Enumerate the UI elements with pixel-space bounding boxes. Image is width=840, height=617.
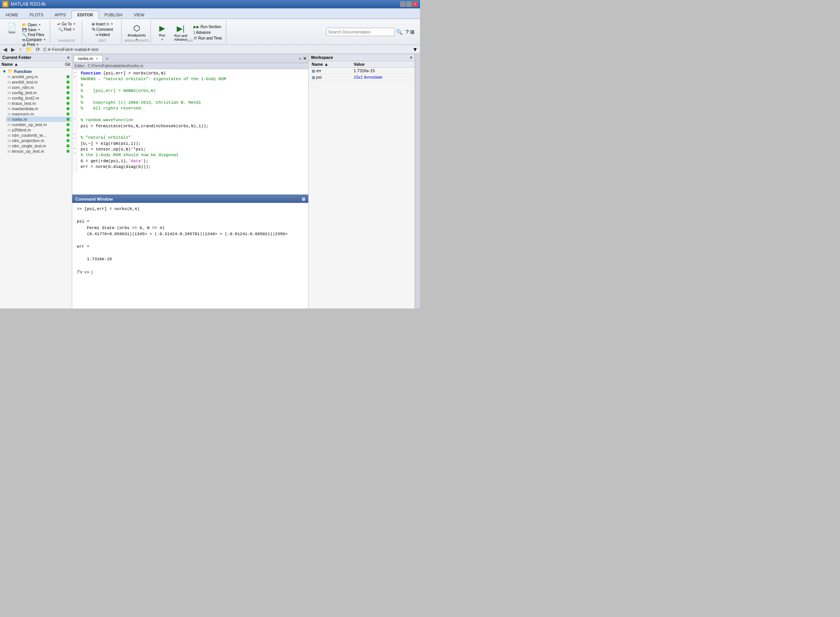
minimize-button[interactable]: ─: [400, 2, 406, 7]
print-dropdown[interactable]: ▼: [36, 43, 39, 46]
tab-home[interactable]: HOME: [0, 11, 24, 19]
breakpoints-icon: ⬡: [133, 24, 140, 33]
goto-button[interactable]: ↵ Go To ▼: [56, 22, 77, 27]
find-files-button[interactable]: 🔍 Find Files: [21, 32, 48, 37]
command-history-panel[interactable]: Command History: [415, 54, 420, 308]
open-label: Open: [28, 23, 37, 27]
indent-button[interactable]: ⇥ Indent: [94, 32, 111, 37]
add-tab-button[interactable]: +: [103, 55, 112, 62]
editor-content[interactable]: − − − − − − −: [72, 69, 308, 195]
file-annihil-test[interactable]: m annihil_test.m: [6, 79, 71, 85]
file-name: maxnorm.m: [12, 112, 34, 116]
run-section-button[interactable]: ▶▶ Run Section: [192, 24, 223, 29]
insert-button[interactable]: ⊕ Insert fx ▼: [90, 22, 115, 27]
file-kraus-test[interactable]: m kraus_test.m: [6, 101, 71, 106]
file-icon: m: [8, 91, 11, 95]
git-status-dot: [67, 86, 70, 89]
fold-btn-10[interactable]: −: [72, 117, 77, 122]
close-button[interactable]: ✕: [412, 2, 418, 7]
file-p2ntest[interactable]: m p2Ntest.m: [6, 127, 71, 133]
tab-publish[interactable]: PUBLISH: [99, 11, 128, 19]
file-config-test2[interactable]: m config_test2.m: [6, 95, 71, 101]
print-button[interactable]: 🖨 Print ▼: [21, 42, 48, 47]
file-norbs[interactable]: m norbs.m: [6, 117, 71, 122]
workspace-row-err[interactable]: ▦ err 1.7316e-15: [309, 68, 415, 74]
save-dropdown[interactable]: ▼: [38, 28, 41, 32]
tab-close-icon[interactable]: ✕: [95, 57, 98, 61]
save-icon: 💾: [22, 28, 27, 32]
command-window-content[interactable]: >> [psi,err] = norbs(6,4) psi = Fermi St…: [72, 203, 308, 294]
fold-btn-17[interactable]: −: [72, 151, 77, 156]
tab-view[interactable]: VIEW: [128, 11, 150, 19]
sidebar-menu-icon[interactable]: ≡: [67, 55, 70, 60]
open-dropdown[interactable]: ▼: [38, 23, 41, 27]
path-fermifab[interactable]: FermiFab: [52, 47, 70, 52]
open-icon: 📂: [22, 23, 27, 27]
code-line-8: [81, 112, 305, 117]
address-bar: ◀ ▶ ↑ 📁 ⟳ C: ▶ FermiFab ▶ matlab ▶ test …: [0, 45, 420, 54]
file-number-op-test[interactable]: m number_op_test.m: [6, 122, 71, 127]
file-maxlambda[interactable]: m maxlambda.m: [6, 106, 71, 111]
new-button[interactable]: 📄 New: [5, 22, 19, 36]
save-button[interactable]: 💾 Save ▼: [21, 27, 48, 32]
editor-minimize-icon[interactable]: ○: [299, 56, 301, 61]
file-rdm-projection[interactable]: m rdm_projection.m: [6, 138, 71, 143]
workspace-col-name[interactable]: Name ▲: [309, 61, 351, 68]
file-name: annihil_proj.m: [12, 74, 38, 79]
col-name: Name ▲: [2, 62, 18, 66]
file-rdm-coulomb[interactable]: m rdm_coulomb_te...: [6, 133, 71, 138]
insert-icon: ⊕: [92, 22, 95, 26]
search-input[interactable]: [326, 28, 395, 36]
git-status-dot: [67, 134, 70, 137]
cmd-line-1: >> [psi,err] = norbs(6,4): [77, 206, 304, 212]
workspace-title: Workspace: [311, 55, 333, 60]
folder-expand-icon: ▼: [2, 69, 6, 74]
folder-function[interactable]: ▼ 📁 Function: [1, 68, 71, 74]
file-maxnorm[interactable]: m maxnorm.m: [6, 111, 71, 117]
file-icon: m: [8, 128, 11, 132]
path-test[interactable]: test: [92, 47, 98, 52]
find-label: Find: [64, 27, 71, 32]
advance-button[interactable]: ⟩ Advance: [192, 30, 223, 35]
file-rdm-single-test[interactable]: m rdm_single_test.m: [6, 143, 71, 149]
maximize-button[interactable]: □: [406, 2, 412, 7]
workspace-scroll[interactable]: Name ▲ Value ▦ err 1.7316e-15 ▦: [309, 61, 415, 308]
command-window: Command Window ⊞ >> [psi,err] = norbs(6,…: [72, 195, 308, 308]
tab-plots[interactable]: PLOTS: [24, 11, 49, 19]
file-config-test[interactable]: m config_test.m: [6, 90, 71, 95]
code-line-13: [U,~] = eig(rdm(psi,1));: [81, 141, 305, 147]
workspace-menu-icon[interactable]: ≡: [410, 55, 412, 60]
workspace-row-psi[interactable]: ▦ psi 15x1 fermistate: [309, 74, 415, 81]
path-c[interactable]: C:: [43, 47, 48, 52]
expand-icon[interactable]: ⊞: [410, 29, 415, 35]
code-lines: function [psi,err] = norbs(orbs,N) %NORB…: [78, 69, 308, 172]
find-button[interactable]: 🔍 Find ▼: [57, 27, 77, 32]
workspace-col-value[interactable]: Value: [351, 61, 415, 68]
cmd-header-icon[interactable]: ⊞: [302, 197, 305, 202]
var-err-name: ▦ err: [309, 68, 351, 74]
new-icon: 📄: [8, 23, 16, 30]
tab-editor[interactable]: EDITOR: [71, 11, 98, 19]
file-com-rdm[interactable]: m com_rdm.m: [6, 85, 71, 90]
file-annihil-proj[interactable]: m annihil_proj.m: [6, 74, 71, 79]
var-psi-link[interactable]: 15x1 fermistate: [354, 75, 382, 79]
fold-btn-14[interactable]: −: [72, 137, 77, 141]
file-section-label: FILE: [2, 39, 50, 43]
workspace-header: Workspace ≡: [309, 54, 415, 61]
help-icon[interactable]: ?: [406, 29, 409, 35]
path-matlab[interactable]: matlab: [74, 47, 87, 52]
tab-apps[interactable]: APPS: [49, 11, 71, 19]
file-icon: m: [8, 75, 11, 79]
editor-tab-norbs[interactable]: norbs.m ✕: [74, 55, 103, 62]
open-button[interactable]: 📂 Open ▼: [21, 22, 48, 27]
var-psi-icon: ▦: [312, 75, 315, 79]
search-icon[interactable]: 🔍: [396, 29, 403, 35]
editor-close-icon[interactable]: ✕: [303, 56, 307, 61]
path-expand-icon[interactable]: ▼: [412, 46, 418, 52]
advance-label: Advance: [196, 30, 211, 35]
tab-name: norbs.m: [78, 56, 93, 61]
file-tensor-op-test[interactable]: m tensor_op_test.m: [6, 149, 71, 154]
file-icon: m: [8, 117, 11, 122]
comment-button[interactable]: % Comment: [90, 27, 114, 32]
fold-btn-2[interactable]: −: [72, 75, 77, 80]
